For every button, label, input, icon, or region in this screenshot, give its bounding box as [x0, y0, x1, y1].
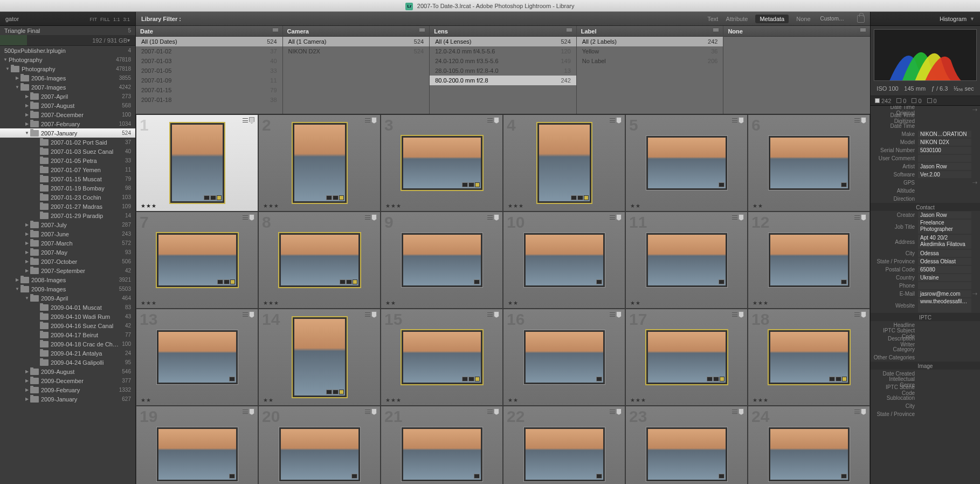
publish-service-500px[interactable]: 500pxPublisher.lrplugin 4 [0, 46, 135, 55]
folder-row[interactable]: 2009-04-16 Suez Canal 42 [0, 321, 135, 330]
stack-icon[interactable] [854, 410, 860, 414]
thumbnail-image[interactable] [293, 123, 347, 203]
rating-stars[interactable]: ★★★ [630, 397, 646, 403]
disclosure-triangle-icon[interactable]: ▶ [24, 387, 30, 392]
stack-icon[interactable] [610, 410, 615, 414]
folder-row[interactable]: ▼ 2007-January 524 [0, 128, 135, 138]
folder-row[interactable]: 2009-04-10 Wadi Rum 43 [0, 312, 135, 321]
folder-row[interactable]: ▶ 2007-April 273 [0, 92, 135, 101]
thumbnail-image[interactable] [769, 136, 850, 190]
stack-icon[interactable] [732, 118, 737, 122]
thumbnail-image[interactable] [293, 317, 347, 397]
folder-row[interactable]: ▶ 2007-March 572 [0, 238, 135, 248]
zoom-3:1[interactable]: 3:1 [123, 17, 130, 22]
disclosure-triangle-icon[interactable]: ▼ [14, 85, 20, 90]
folder-row[interactable]: 2007-01-29 Paradip 14 [0, 211, 135, 220]
rating-stars[interactable]: ★★ [630, 300, 641, 306]
flag-icon[interactable] [494, 214, 499, 221]
metadata-row[interactable]: No Label206 [577, 56, 723, 66]
stack-icon[interactable] [243, 215, 248, 220]
folder-row[interactable]: ▶ 2007-December 100 [0, 110, 135, 119]
metadata-field-value[interactable] [918, 386, 971, 393]
flag-icon[interactable] [861, 214, 866, 221]
disclosure-triangle-icon[interactable]: ▼ [4, 66, 11, 71]
metadata-row[interactable]: 12.0-24.0 mm f/4.5-5.6120 [430, 46, 576, 56]
thumbnail-image[interactable] [646, 427, 727, 481]
thumbnail-image[interactable] [279, 427, 360, 481]
stack-icon[interactable] [732, 215, 737, 220]
folder-row[interactable]: 2009-04-01 Muscat 83 [0, 303, 135, 312]
folder-row[interactable]: 2007-01-27 Madras 109 [0, 202, 135, 211]
metadata-field[interactable]: Country Ukraine [871, 274, 980, 282]
thumbnail-cell[interactable]: 7 ★★★ [136, 212, 258, 309]
flag-icon[interactable] [616, 311, 622, 318]
thumbnail-cell[interactable]: 9 ★★ [381, 212, 503, 309]
metadata-field[interactable]: Sublocation [871, 394, 980, 402]
stack-icon[interactable] [487, 312, 493, 317]
stack-icon[interactable] [487, 215, 493, 220]
thumbnail-image[interactable] [646, 233, 727, 287]
histogram-header[interactable]: Histogram ▼ [871, 12, 980, 26]
folder-row[interactable]: 2007-01-03 Suez Canal 40 [0, 147, 135, 156]
metadata-field-value[interactable]: NIKON…ORATION [918, 131, 971, 138]
stack-icon[interactable] [365, 118, 370, 122]
sort-icon[interactable] [567, 29, 572, 34]
disclosure-triangle-icon[interactable]: ▼ [24, 131, 30, 135]
metadata-field[interactable]: Job Title Freelance Photographer [871, 219, 980, 234]
flag-icon[interactable] [861, 311, 866, 318]
rating-stars[interactable]: ★★★ [508, 203, 524, 209]
metadata-field-value[interactable] [918, 122, 971, 129]
thumbnail-cell[interactable]: 5 ★★ [625, 114, 748, 212]
stack-icon[interactable] [610, 118, 615, 122]
thumbnail-image[interactable] [157, 427, 238, 481]
disclosure-triangle-icon[interactable]: ▼ [14, 287, 20, 291]
thumbnail-image[interactable] [769, 330, 850, 384]
metadata-row-all[interactable]: All (10 Dates)524 [136, 37, 282, 46]
folder-row[interactable]: ▶ 2009-February 1332 [0, 385, 135, 394]
metadata-field[interactable]: Creator Jason Row [871, 211, 980, 219]
metadata-field-value[interactable] [918, 114, 971, 121]
stack-icon[interactable] [243, 410, 248, 414]
thumbnail-image[interactable] [170, 123, 224, 203]
disclosure-triangle-icon[interactable]: ▶ [24, 103, 30, 108]
stack-icon[interactable] [732, 410, 737, 414]
disclosure-triangle-icon[interactable]: ▶ [24, 222, 30, 227]
disclosure-triangle-icon[interactable]: ▶ [24, 94, 30, 99]
flag-icon[interactable] [861, 117, 866, 124]
metadata-field[interactable]: Model NIKON D2X [871, 138, 980, 146]
thumbnail-image[interactable] [402, 330, 482, 384]
metadata-field-value[interactable] [918, 354, 971, 361]
arrow-icon[interactable]: ⇢ [971, 106, 978, 113]
zoom-fit[interactable]: FIT [89, 17, 97, 22]
disclosure-triangle-icon[interactable]: ▶ [24, 250, 30, 255]
metadata-field[interactable]: State / Province [871, 410, 980, 418]
metadata-row-all[interactable]: All (1 Camera)524 [283, 37, 430, 46]
metadata-field-value[interactable]: 65080 [918, 266, 971, 273]
stack-icon[interactable] [854, 312, 860, 317]
metadata-row[interactable]: 2007-01-1838 [136, 95, 282, 105]
metadata-field[interactable]: Date Time [871, 122, 980, 130]
metadata-field-value[interactable] [918, 155, 971, 162]
thumbnail-cell[interactable]: 18 ★★★ [748, 309, 870, 406]
thumbnail-image[interactable] [769, 427, 850, 481]
metadata-field-value[interactable] [918, 338, 971, 345]
filter-tab-attribute[interactable]: Attribute [726, 16, 748, 22]
folder-row[interactable]: ▼ 2009-April 464 [0, 294, 135, 303]
metadata-row[interactable]: NIKON D2X524 [283, 46, 430, 56]
filter-tab-text[interactable]: Text [707, 16, 718, 22]
rating-stars[interactable]: ★★ [141, 397, 151, 403]
metadata-field[interactable]: GPS ⇢ [871, 179, 980, 187]
flag-icon[interactable] [494, 117, 499, 124]
metadata-field-value[interactable]: Freelance Photographer [918, 220, 971, 234]
rating-stars[interactable]: ★★ [263, 397, 274, 403]
disclosure-triangle-icon[interactable]: ▶ [14, 76, 20, 80]
metadata-column-header[interactable]: Label [577, 26, 723, 37]
rating-stars[interactable]: ★★★ [263, 203, 279, 209]
disclosure-triangle-icon[interactable]: ▶ [24, 397, 30, 401]
thumbnail-cell[interactable]: 22 [503, 406, 625, 484]
metadata-field[interactable]: State / Province Odessa Oblast [871, 257, 980, 265]
folder-row[interactable]: ▼ 2007-Images 4242 [0, 83, 135, 92]
metadata-field-value[interactable]: Jason Row [918, 163, 971, 170]
metadata-field[interactable]: City [871, 402, 980, 410]
thumbnail-cell[interactable]: 21 [381, 406, 503, 484]
